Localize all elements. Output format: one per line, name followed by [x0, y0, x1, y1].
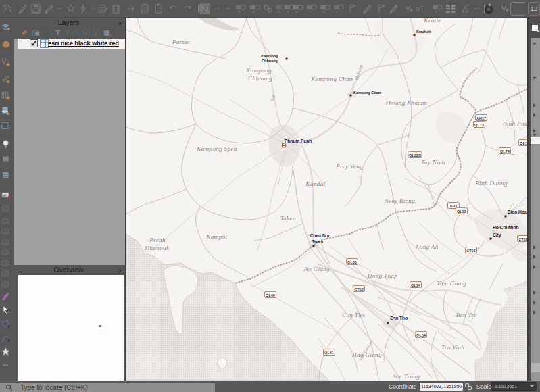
svg-text:ab: ab: [3, 283, 7, 287]
svg-text:Kracheh: Kracheh: [416, 30, 431, 34]
svg-text:Bien Hoa: Bien Hoa: [508, 210, 527, 214]
svg-text:ab: ab: [3, 230, 7, 234]
svg-text:Kampong: Kampong: [261, 54, 278, 58]
svg-text:Takeo: Takeo: [280, 215, 295, 222]
svg-text:ab: ab: [3, 251, 7, 255]
svg-text:Kratie: Kratie: [423, 18, 441, 24]
svg-text:AH17: AH17: [476, 116, 486, 120]
svg-text:Pursat: Pursat: [172, 39, 190, 45]
svg-text:Ho Chi Minh: Ho Chi Minh: [493, 225, 518, 230]
svg-text:Tay Ninh: Tay Ninh: [421, 159, 445, 166]
svg-text:CT02: CT02: [354, 287, 363, 291]
svg-text:Thoung Khmum: Thoung Khmum: [385, 99, 428, 106]
svg-text:Can Tho: Can Tho: [342, 312, 365, 318]
svg-text:Kampot: Kampot: [206, 233, 228, 240]
svg-text:CT01: CT01: [466, 249, 475, 253]
svg-text:QL49: QL49: [266, 293, 275, 297]
svg-text:Long An: Long An: [415, 243, 438, 250]
svg-text:aT: aT: [416, 5, 424, 13]
svg-text:ab: ab: [3, 241, 7, 245]
svg-text:ab: ab: [3, 272, 7, 276]
svg-text:Kampong: Kampong: [245, 67, 272, 74]
svg-text:Kampong Cham: Kampong Cham: [353, 91, 382, 95]
svg-text:QL22B: QL22B: [409, 153, 421, 157]
svg-text:Chhnang: Chhnang: [262, 59, 278, 63]
svg-text:ab: ab: [3, 193, 7, 197]
svg-text:Phnum Penh: Phnum Penh: [285, 139, 312, 143]
svg-text:Svay Rieng: Svay Rieng: [385, 197, 415, 204]
svg-text:AH1: AH1: [449, 204, 457, 208]
svg-text:Dong Thap: Dong Thap: [367, 272, 397, 279]
svg-text:Kampong Speu: Kampong Speu: [196, 145, 237, 152]
svg-text:QL74: QL74: [500, 149, 510, 153]
svg-text:Chau Doc: Chau Doc: [310, 233, 331, 238]
svg-text:CT01: CT01: [518, 237, 527, 241]
svg-text:QL13: QL13: [474, 123, 484, 127]
svg-text:Sihanouk: Sihanouk: [145, 245, 170, 251]
svg-text:Tien Giang: Tien Giang: [437, 280, 466, 287]
svg-text:City: City: [493, 232, 501, 238]
svg-text:ab: ab: [3, 220, 7, 224]
svg-text:Preah: Preah: [149, 237, 166, 243]
svg-text:Binh Phuoc: Binh Phuoc: [503, 120, 529, 127]
svg-text:Chhnang: Chhnang: [248, 75, 272, 82]
svg-text:Prey Veng: Prey Veng: [335, 163, 363, 170]
svg-text:Binh Duong: Binh Duong: [475, 180, 508, 187]
svg-text:Kampong Cham: Kampong Cham: [310, 76, 354, 82]
svg-text:ab: ab: [3, 207, 7, 211]
svg-text:Kandal: Kandal: [305, 180, 326, 187]
svg-text:ab: ab: [3, 262, 7, 266]
